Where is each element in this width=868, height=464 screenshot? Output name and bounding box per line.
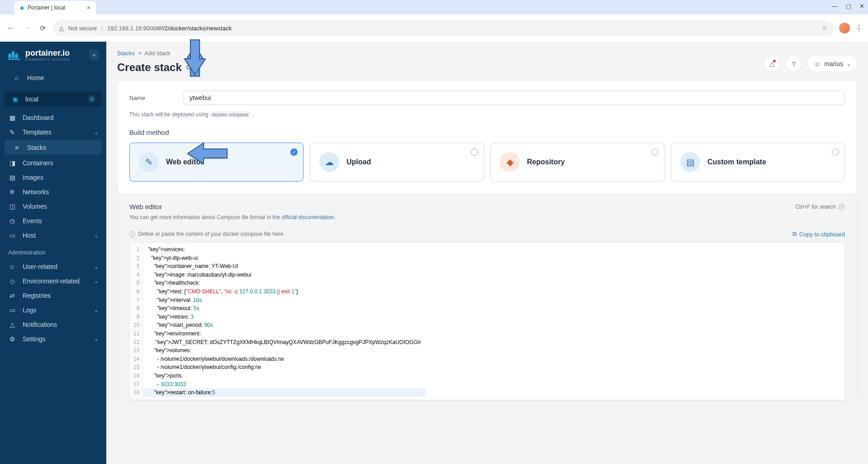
- tab-bar: ◆ Portainer | local ×: [0, 0, 868, 14]
- nav-label: Notifications: [23, 321, 57, 328]
- host-icon: ▭: [8, 232, 16, 239]
- docker-icon: ▣: [11, 96, 19, 103]
- main-content: Stacks > Add stack Create stack ⟳ △ ? ☺ …: [106, 42, 868, 464]
- nav-label: Logs: [23, 306, 36, 314]
- nav-logs[interactable]: ▭Logs⌄: [0, 303, 106, 317]
- logo-icon: [7, 48, 21, 62]
- nav-home[interactable]: ⌂ Home: [5, 71, 102, 85]
- radio-icon: [651, 148, 659, 156]
- name-label: Name: [129, 95, 157, 101]
- url-host: 192.168.1.18:9000: [107, 25, 156, 32]
- sidebar-header: portainer.io COMMUNITY EDITION «: [0, 42, 106, 68]
- url-path: /#!/2/docker/stacks/newstack: [157, 25, 232, 32]
- name-input[interactable]: [184, 91, 845, 105]
- close-window-icon[interactable]: ✕: [859, 3, 864, 10]
- browser-tab[interactable]: ◆ Portainer | local ×: [14, 1, 96, 14]
- url-bar[interactable]: △ Not secure | 192.168.1.18:9000/#!/2/do…: [53, 20, 834, 36]
- deploy-hint: This stack will be deployed using docker…: [129, 111, 845, 118]
- radio-icon: [471, 148, 478, 156]
- paste-hint: Define or paste the content of your dock…: [138, 231, 284, 237]
- nav-label: Home: [27, 74, 44, 81]
- topbar: Stacks > Add stack Create stack ⟳ △ ? ☺ …: [106, 42, 868, 74]
- nav-label: Images: [23, 174, 43, 181]
- build-label: Upload: [346, 158, 371, 166]
- nav-host[interactable]: ▭Host⌄: [0, 228, 106, 243]
- nav-label: Containers: [23, 159, 53, 167]
- nav-containers[interactable]: ◨Containers: [0, 156, 106, 170]
- nav-label: Host: [23, 232, 36, 239]
- tab-title: Portainer | local: [28, 5, 65, 11]
- chevron-down-icon: ⌄: [94, 278, 98, 284]
- env-name: local: [25, 96, 38, 103]
- build-method-options: ✎ Web editor ✓ ☁ Upload ◆ Repository ▤ C…: [129, 143, 845, 182]
- back-icon[interactable]: ←: [5, 22, 16, 34]
- env-close-icon[interactable]: ×: [88, 96, 95, 103]
- svg-rect-2: [15, 54, 18, 58]
- user-name: marius: [824, 60, 843, 67]
- user-menu-button[interactable]: ☺ marius ⌄: [808, 56, 857, 72]
- breadcrumb-root[interactable]: Stacks: [117, 50, 135, 57]
- networks-icon: ※: [8, 188, 16, 196]
- nav-images[interactable]: ▤Images: [0, 170, 106, 185]
- tab-close-icon[interactable]: ×: [87, 4, 90, 11]
- build-method-custom-template[interactable]: ▤ Custom template: [671, 143, 845, 182]
- profile-avatar[interactable]: [839, 23, 850, 33]
- upload-icon: ☁: [319, 152, 339, 172]
- nav-events[interactable]: ◷Events: [0, 214, 106, 228]
- copy-to-clipboard-button[interactable]: ⧉ Copy to clipboard: [792, 230, 845, 238]
- maximize-icon[interactable]: ▢: [846, 3, 851, 10]
- help-button[interactable]: ?: [786, 56, 802, 72]
- build-method-upload[interactable]: ☁ Upload: [310, 143, 484, 182]
- build-label: Custom template: [707, 158, 766, 166]
- logo-text: portainer.io: [25, 49, 70, 57]
- help-icon[interactable]: ?: [839, 204, 845, 210]
- nav-label: User-related: [23, 263, 57, 270]
- notifications-button[interactable]: △: [764, 56, 780, 72]
- nav-env-related[interactable]: ◇Environment-related⌄: [0, 274, 106, 288]
- nav-registries[interactable]: ⇄Registries: [0, 288, 106, 303]
- build-method-repository[interactable]: ◆ Repository: [490, 143, 664, 182]
- radio-checked-icon: ✓: [290, 148, 298, 156]
- nav-label: Settings: [23, 335, 46, 343]
- editor-card: Web editor Ctrl+F for search ? You can g…: [117, 195, 857, 401]
- browser-chrome: ◆ Portainer | local × — ▢ ✕ ← → ⟳ △ Not …: [0, 0, 868, 42]
- annotation-arrow-name: [179, 36, 211, 79]
- nav-user-related[interactable]: ☺User-related⌄: [0, 259, 106, 274]
- editor-title: Web editor: [129, 203, 162, 210]
- code-content[interactable]: "key">services: "key">yt-dlp-web-ui: "ke…: [143, 243, 425, 400]
- bookmark-icon[interactable]: ☆: [822, 25, 827, 32]
- nav-environment[interactable]: ▣ local ×: [5, 91, 102, 107]
- radio-icon: [832, 148, 839, 156]
- annotation-arrow-web-editor: [185, 138, 231, 171]
- breadcrumb-current: Add stack: [144, 50, 170, 57]
- nav-settings[interactable]: ⚙Settings⌄: [0, 332, 106, 346]
- logo-subtitle: COMMUNITY EDITION: [25, 58, 70, 61]
- volumes-icon: ◫: [8, 203, 16, 210]
- nav-label: Volumes: [23, 203, 47, 210]
- logs-icon: ▭: [8, 306, 16, 314]
- nav-stacks[interactable]: ≡Stacks: [5, 140, 102, 155]
- build-method-label: Build method: [129, 129, 845, 136]
- sidebar: portainer.io COMMUNITY EDITION « ⌂ Home …: [0, 42, 106, 464]
- line-gutter: 123456789101112131415161718: [130, 243, 143, 400]
- address-bar: ← → ⟳ △ Not secure | 192.168.1.18:9000/#…: [0, 14, 868, 42]
- reload-icon[interactable]: ⟳: [38, 22, 47, 34]
- search-hint: Ctrl+F for search ?: [795, 204, 845, 210]
- code-editor[interactable]: 123456789101112131415161718 "key">servic…: [129, 242, 845, 400]
- info-icon: i: [129, 231, 135, 237]
- nav-templates[interactable]: ✎Templates⌄: [0, 125, 106, 139]
- nav-notifications[interactable]: △Notifications: [0, 317, 106, 332]
- notification-dot: [773, 60, 776, 62]
- security-icon: △: [59, 25, 64, 32]
- forward-icon[interactable]: →: [22, 22, 33, 34]
- docs-link[interactable]: official documentation: [281, 214, 334, 220]
- minimize-icon[interactable]: —: [832, 3, 838, 10]
- nav-volumes[interactable]: ◫Volumes: [0, 199, 106, 214]
- nav-networks[interactable]: ※Networks: [0, 185, 106, 199]
- nav-dashboard[interactable]: ▦Dashboard: [0, 110, 106, 125]
- menu-icon[interactable]: ⋮: [855, 24, 863, 33]
- collapse-sidebar-button[interactable]: «: [89, 50, 99, 60]
- nav-label: Networks: [23, 188, 49, 196]
- gear-icon: ⚙: [8, 335, 16, 343]
- chevron-down-icon: ⌄: [847, 61, 851, 67]
